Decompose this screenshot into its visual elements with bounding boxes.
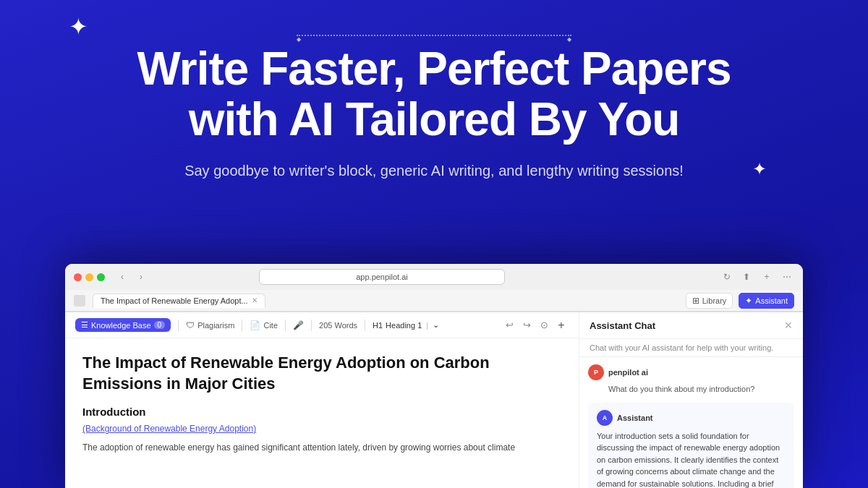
assistant-header: Assistant Chat ✕ (579, 312, 803, 339)
library-button[interactable]: ⊞ Library (686, 293, 733, 309)
mic-icon: 🎤 (293, 320, 304, 330)
active-tab[interactable]: The Impact of Renewable Energy Adopt... … (93, 294, 265, 308)
document-title: The Impact of Renewable Energy Adoption … (82, 353, 561, 394)
back-button[interactable]: ‹ (115, 270, 129, 284)
document-body: The adoption of renewable energy has gai… (82, 441, 561, 455)
content-area: ☰ Knowledge Base 0 🛡 Plagiarism 📄 Cite (65, 312, 803, 488)
word-count-text: 205 Words (319, 321, 357, 330)
tab-toolbar-right: ⊞ Library ✦ Assistant (686, 293, 794, 309)
star-decoration-1: ✦ (69, 13, 88, 40)
assistant-icon: ✦ (745, 296, 752, 306)
mic-button[interactable]: 🎤 (293, 320, 304, 330)
cite-button[interactable]: 📄 Cite (250, 320, 278, 330)
separator-5 (365, 320, 365, 331)
cite-icon: 📄 (250, 320, 260, 330)
ai-chat-message: A Assistant Your introduction sets a sol… (588, 403, 794, 489)
share-button[interactable]: ⬆ (739, 270, 754, 284)
section-heading: Introduction (82, 406, 561, 418)
history-button[interactable]: ⊙ (537, 318, 551, 333)
separator-4 (311, 320, 312, 331)
separator-3 (285, 320, 286, 331)
address-text: app.penpilot.ai (356, 273, 408, 281)
ai-msg-header: A Assistant (597, 410, 786, 426)
section-link[interactable]: (Background of Renewable Energy Adoption… (82, 424, 561, 434)
dotted-line-decoration (297, 35, 571, 43)
new-tab-button[interactable]: + (760, 270, 774, 284)
ai-avatar: A (597, 410, 613, 426)
kb-label: Knowledge Base (91, 321, 151, 330)
user-msg-header: P penpilot ai (588, 364, 794, 380)
undo-button[interactable]: ↩ (502, 318, 516, 333)
library-label: Library (702, 296, 727, 305)
assistant-subtitle: Chat with your AI assistant for help wit… (579, 339, 803, 357)
browser-topbar: ‹ › app.penpilot.ai ↻ ⬆ + ⋯ (65, 264, 803, 290)
heading-label: Heading 1 (386, 321, 422, 330)
tab-close-button[interactable]: ✕ (252, 296, 258, 304)
assistant-panel: Assistant Chat ✕ Chat with your AI assis… (579, 312, 803, 488)
tab-title: The Impact of Renewable Energy Adopt... (101, 296, 248, 305)
close-traffic-light[interactable] (74, 273, 82, 281)
add-button[interactable]: + (554, 318, 569, 333)
plagiarism-label: Plagiarism (197, 321, 234, 330)
ai-name: Assistant (617, 414, 653, 422)
browser-controls: ‹ › (115, 270, 148, 284)
word-count-display: 205 Words (319, 321, 357, 330)
assistant-button[interactable]: ✦ Assistant (739, 293, 794, 309)
heading-selector[interactable]: H1 Heading 1 | ⌄ (373, 320, 439, 330)
user-avatar: P (588, 364, 604, 380)
traffic-lights (74, 273, 105, 281)
editor-text-area[interactable]: The Impact of Renewable Energy Adoption … (65, 338, 579, 488)
user-chat-message: P penpilot ai What do you think about my… (588, 364, 794, 395)
app-window: ‹ › app.penpilot.ai ↻ ⬆ + ⋯ (65, 264, 803, 488)
browser-chrome: ‹ › app.penpilot.ai ↻ ⬆ + ⋯ (65, 264, 803, 312)
tab-favicon (74, 295, 85, 307)
ai-intro-text: Your introduction sets a solid foundatio… (597, 430, 786, 489)
browser-actions: ↻ ⬆ + ⋯ (720, 270, 794, 284)
assistant-title: Assistant Chat (590, 320, 655, 331)
cite-label: Cite (263, 321, 278, 330)
hero-background: ✦ ✦ Write Faster, Perfect Papers with AI… (0, 0, 868, 488)
plagiarism-button[interactable]: 🛡 Plagiarism (186, 320, 234, 330)
chevron-down-icon: ⌄ (433, 320, 439, 330)
assistant-close-button[interactable]: ✕ (784, 320, 793, 331)
hero-subtitle: Say goodbye to writer's block, generic A… (109, 160, 760, 181)
heading-h-label: H1 (373, 321, 383, 330)
more-button[interactable]: ⋯ (780, 270, 794, 284)
assistant-label: Assistant (755, 296, 788, 305)
hero-title: Write Faster, Perfect Papers with AI Tai… (109, 43, 760, 145)
tabs-bar: The Impact of Renewable Energy Adopt... … (65, 290, 803, 312)
separator-1 (178, 320, 179, 331)
kb-icon: ☰ (81, 320, 88, 330)
editor-panel: ☰ Knowledge Base 0 🛡 Plagiarism 📄 Cite (65, 312, 579, 488)
separator-2 (242, 320, 242, 331)
minimize-traffic-light[interactable] (85, 273, 93, 281)
user-message-text: What do you think about my introduction? (588, 383, 794, 395)
editor-toolbar: ☰ Knowledge Base 0 🛡 Plagiarism 📄 Cite (65, 312, 579, 338)
plagiarism-icon: 🛡 (186, 320, 195, 330)
hero-content: Write Faster, Perfect Papers with AI Tai… (109, 43, 760, 181)
kb-badge: 0 (154, 321, 166, 329)
redo-button[interactable]: ↪ (519, 318, 534, 333)
forward-button[interactable]: › (134, 270, 148, 284)
library-icon: ⊞ (692, 296, 699, 306)
refresh-button[interactable]: ↻ (720, 270, 733, 283)
user-name: penpilot ai (608, 368, 648, 377)
knowledge-base-button[interactable]: ☰ Knowledge Base 0 (75, 318, 171, 332)
editor-controls: ↩ ↪ ⊙ + (502, 318, 569, 333)
address-bar[interactable]: app.penpilot.ai (259, 269, 505, 285)
maximize-traffic-light[interactable] (97, 273, 105, 281)
heading-pipe: | (426, 321, 428, 330)
chat-area: P penpilot ai What do you think about my… (579, 357, 803, 488)
